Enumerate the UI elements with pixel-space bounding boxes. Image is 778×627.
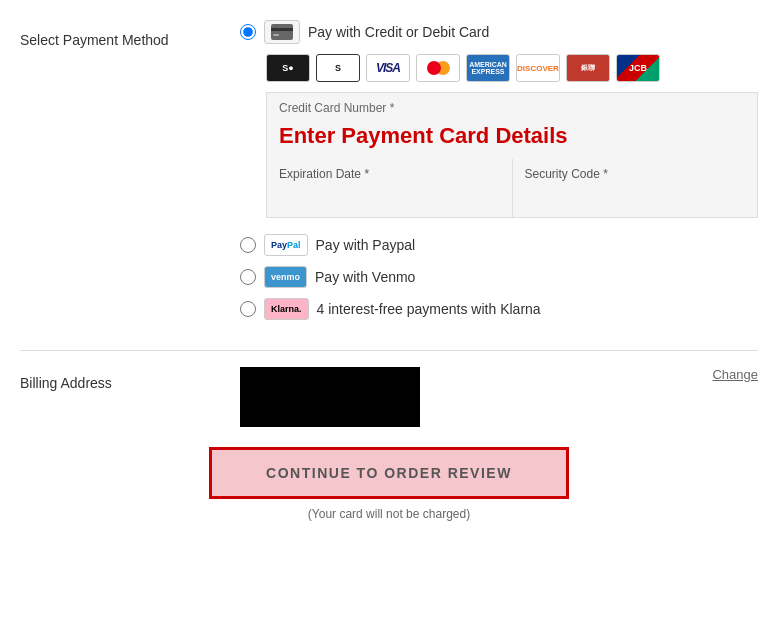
amex-badge: AMERICANEXPRESS [466,54,510,82]
credit-card-radio[interactable] [240,24,256,40]
security-input[interactable] [525,185,746,209]
venmo-logo: venmo [264,266,307,288]
svg-rect-2 [273,34,279,36]
paypal-option[interactable]: PayPal Pay with Paypal [240,234,758,256]
credit-card-form: Credit Card Number * Enter Payment Card … [266,92,758,218]
security-label: Security Code * [525,167,746,181]
section-divider [20,350,758,351]
klarna-option[interactable]: Klarna. 4 interest-free payments with Kl… [240,298,758,320]
credit-card-icon [264,20,300,44]
venmo-option[interactable]: venmo Pay with Venmo [240,266,758,288]
jcb-badge: JCB [616,54,660,82]
svg-rect-1 [271,28,293,31]
card-brands-row: S● S VISA AMERICANEXPRESS DISCOVER 銀聯 JC… [266,54,758,82]
venmo-radio[interactable] [240,269,256,285]
payment-method-section: Select Payment Method Pay with Credit or… [20,20,758,330]
expiration-input[interactable] [279,185,500,209]
expiration-field[interactable]: Expiration Date * [267,159,513,217]
paypal-label: Pay with Paypal [316,237,416,253]
visa-badge: VISA [366,54,410,82]
button-area: CONTINUE TO ORDER REVIEW (Your card will… [20,447,758,521]
continue-button[interactable]: CONTINUE TO ORDER REVIEW [209,447,569,499]
other-payments: PayPal Pay with Paypal venmo Pay with Ve… [240,234,758,320]
discover-badge: DISCOVER [516,54,560,82]
no-charge-note: (Your card will not be charged) [308,507,470,521]
saks-badge-2: S [316,54,360,82]
saks-badge-1: S● [266,54,310,82]
mastercard-badge [416,54,460,82]
klarna-label: 4 interest-free payments with Klarna [317,301,541,317]
paypal-logo: PayPal [264,234,308,256]
klarna-radio[interactable] [240,301,256,317]
change-link[interactable]: Change [712,367,758,382]
credit-card-label: Pay with Credit or Debit Card [308,24,489,40]
cc-form-title: Enter Payment Card Details [267,119,757,159]
expiration-label: Expiration Date * [279,167,500,181]
paypal-radio[interactable] [240,237,256,253]
cc-form-field-label: Credit Card Number * [267,93,757,119]
payment-method-content: Pay with Credit or Debit Card S● S VISA … [240,20,758,330]
unionpay-badge: 銀聯 [566,54,610,82]
svg-rect-0 [271,24,293,40]
credit-card-option[interactable]: Pay with Credit or Debit Card [240,20,758,44]
billing-section: Billing Address Change [20,367,758,427]
billing-label: Billing Address [20,367,240,391]
venmo-label: Pay with Venmo [315,269,415,285]
billing-address-block [240,367,420,427]
klarna-logo: Klarna. [264,298,309,320]
billing-content: Change [240,367,758,427]
security-field[interactable]: Security Code * [513,159,758,217]
cc-form-row: Expiration Date * Security Code * [267,159,757,217]
payment-method-label: Select Payment Method [20,20,240,330]
